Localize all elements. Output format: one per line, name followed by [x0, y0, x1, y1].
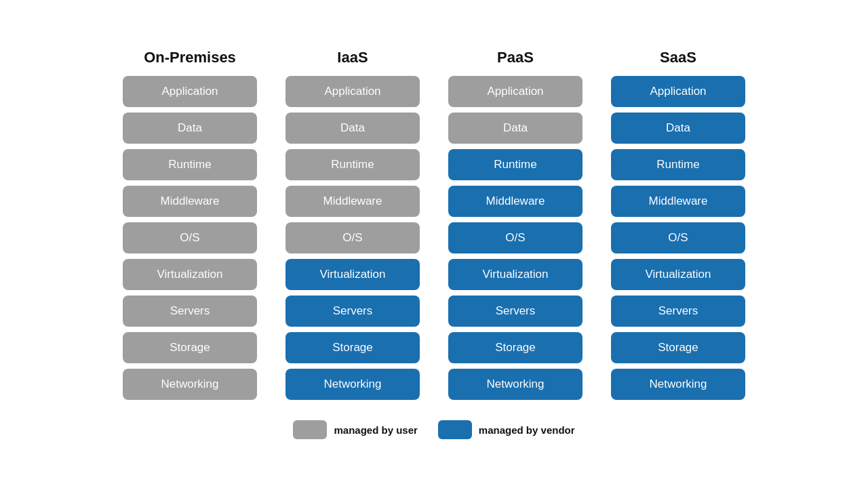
legend-user-box — [293, 420, 327, 439]
tier-paas-middleware: Middleware — [448, 186, 583, 217]
tier-iaas-runtime: Runtime — [285, 149, 420, 180]
tier-on-premises-virtualization: Virtualization — [123, 259, 257, 290]
tier-on-premises-servers: Servers — [123, 296, 257, 327]
tier-on-premises-runtime: Runtime — [123, 149, 257, 180]
tier-iaas-application: Application — [285, 76, 420, 107]
tier-iaas-o-s: O/S — [285, 222, 420, 253]
legend-vendor: managed by vendor — [438, 420, 575, 439]
tier-saas-virtualization: Virtualization — [611, 259, 745, 290]
diagram-container: On-PremisesApplicationDataRuntimeMiddlew… — [0, 35, 868, 453]
tier-saas-storage: Storage — [611, 332, 745, 363]
tier-on-premises-data: Data — [123, 113, 257, 144]
legend-vendor-box — [438, 420, 472, 439]
tier-iaas-virtualization: Virtualization — [285, 259, 420, 290]
columns-wrapper: On-PremisesApplicationDataRuntimeMiddlew… — [27, 49, 841, 405]
column-header-paas: PaaS — [497, 49, 534, 66]
tier-saas-o-s: O/S — [611, 222, 745, 253]
tier-paas-application: Application — [448, 76, 583, 107]
tier-saas-runtime: Runtime — [611, 149, 745, 180]
tier-iaas-data: Data — [285, 113, 420, 144]
tier-iaas-storage: Storage — [285, 332, 420, 363]
tier-paas-networking: Networking — [448, 369, 583, 400]
tier-paas-runtime: Runtime — [448, 149, 583, 180]
column-paas: PaaSApplicationDataRuntimeMiddlewareO/SV… — [444, 49, 587, 405]
tier-iaas-networking: Networking — [285, 369, 420, 400]
tier-saas-application: Application — [611, 76, 745, 107]
legend-user: managed by user — [293, 420, 417, 439]
column-header-on-premises: On-Premises — [144, 49, 236, 66]
tier-saas-data: Data — [611, 113, 745, 144]
tier-on-premises-application: Application — [123, 76, 257, 107]
tier-paas-virtualization: Virtualization — [448, 259, 583, 290]
tier-saas-networking: Networking — [611, 369, 745, 400]
tier-iaas-servers: Servers — [285, 296, 420, 327]
tier-paas-storage: Storage — [448, 332, 583, 363]
column-iaas: IaaSApplicationDataRuntimeMiddlewareO/SV… — [281, 49, 424, 405]
tier-paas-o-s: O/S — [448, 222, 583, 253]
legend: managed by user managed by vendor — [293, 420, 574, 439]
tier-on-premises-o-s: O/S — [123, 222, 257, 253]
tier-saas-middleware: Middleware — [611, 186, 745, 217]
tier-on-premises-storage: Storage — [123, 332, 257, 363]
tier-saas-servers: Servers — [611, 296, 745, 327]
tier-paas-servers: Servers — [448, 296, 583, 327]
legend-vendor-label: managed by vendor — [479, 424, 575, 436]
tier-paas-data: Data — [448, 113, 583, 144]
tier-iaas-middleware: Middleware — [285, 186, 420, 217]
column-header-iaas: IaaS — [337, 49, 368, 66]
column-saas: SaaSApplicationDataRuntimeMiddlewareO/SV… — [607, 49, 749, 405]
legend-user-label: managed by user — [334, 424, 417, 436]
tier-on-premises-networking: Networking — [123, 369, 257, 400]
column-on-premises: On-PremisesApplicationDataRuntimeMiddlew… — [119, 49, 261, 405]
tier-on-premises-middleware: Middleware — [123, 186, 257, 217]
column-header-saas: SaaS — [660, 49, 696, 66]
